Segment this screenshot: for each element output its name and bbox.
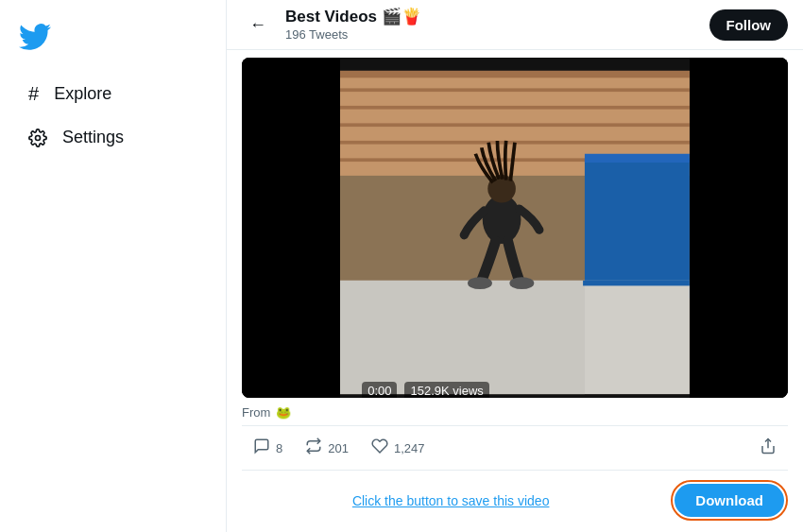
like-action[interactable]: 1,247: [360, 432, 436, 464]
explore-icon: #: [28, 83, 39, 105]
video-views: 152.9K views: [404, 382, 488, 398]
header-title: Best Videos 🎬🍟: [285, 8, 698, 26]
sidebar-item-settings[interactable]: Settings: [9, 118, 216, 157]
from-row: From 🐸: [242, 405, 788, 420]
content-area: 0:00 152.9K views From 🐸 8: [227, 50, 803, 532]
share-action[interactable]: [748, 432, 788, 464]
video-time: 0:00: [362, 382, 397, 398]
svg-point-16: [509, 277, 534, 289]
sidebar-item-explore[interactable]: # Explore: [9, 74, 216, 114]
twitter-logo: [0, 11, 226, 72]
video-black-bar-left: [242, 58, 340, 398]
svg-rect-12: [340, 281, 585, 394]
video-container[interactable]: 0:00 152.9K views: [242, 58, 788, 398]
download-wrapper: Download: [671, 480, 788, 521]
comment-icon: [253, 438, 270, 458]
settings-icon: [28, 129, 47, 147]
svg-rect-9: [585, 158, 690, 298]
svg-rect-5: [340, 106, 690, 110]
save-link[interactable]: Click the button to save this video: [242, 493, 659, 508]
svg-rect-4: [340, 88, 690, 92]
header-title-block: Best Videos 🎬🍟 196 Tweets: [285, 8, 698, 41]
svg-point-0: [36, 135, 41, 140]
main-content: ← Best Videos 🎬🍟 196 Tweets Follow: [227, 0, 803, 532]
svg-rect-6: [340, 123, 690, 127]
video-scene: 0:00 152.9K views: [242, 58, 788, 398]
bottom-row: Click the button to save this video Down…: [242, 480, 788, 521]
sidebar: # Explore Settings: [0, 0, 227, 532]
header: ← Best Videos 🎬🍟 196 Tweets Follow: [227, 0, 803, 50]
follow-button[interactable]: Follow: [709, 9, 789, 41]
sidebar-item-settings-label: Settings: [62, 128, 124, 147]
actions-row: 8 201 1,247: [242, 425, 788, 471]
like-count: 1,247: [394, 441, 425, 455]
retweet-icon: [305, 438, 322, 458]
svg-rect-10: [585, 154, 690, 163]
retweet-count: 201: [328, 441, 349, 455]
download-button[interactable]: Download: [675, 484, 784, 517]
svg-rect-17: [583, 281, 690, 286]
from-emoji: 🐸: [276, 405, 291, 420]
header-subtitle: 196 Tweets: [285, 27, 698, 42]
video-overlay: 0:00 152.9K views: [362, 382, 489, 398]
retweet-action[interactable]: 201: [294, 432, 360, 464]
comment-count: 8: [276, 441, 282, 455]
comment-action[interactable]: 8: [242, 432, 294, 464]
like-icon: [371, 438, 388, 458]
from-label: From: [242, 405, 270, 420]
video-scene-svg: [340, 58, 690, 398]
svg-point-15: [468, 277, 492, 289]
back-button[interactable]: ←: [242, 9, 274, 41]
svg-rect-3: [340, 71, 690, 77]
sidebar-item-explore-label: Explore: [54, 84, 111, 104]
share-icon: [760, 438, 777, 458]
video-black-bar-right: [690, 58, 788, 398]
